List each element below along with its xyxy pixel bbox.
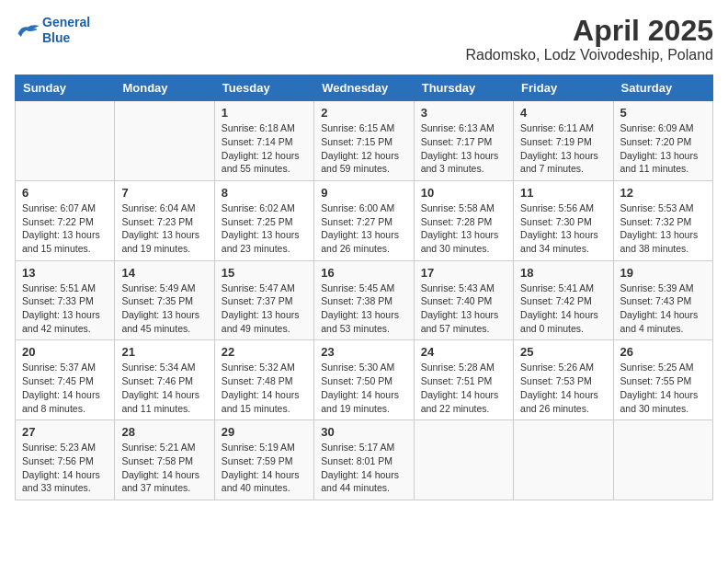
day-number: 30	[321, 425, 406, 439]
day-info: Sunrise: 5:19 AMSunset: 7:59 PMDaylight:…	[222, 441, 307, 495]
day-info: Sunrise: 6:11 AMSunset: 7:19 PMDaylight:…	[520, 121, 606, 176]
calendar-cell-w5-d4: 30Sunrise: 5:17 AMSunset: 8:01 PMDayligh…	[314, 420, 414, 500]
day-info: Sunrise: 5:17 AMSunset: 8:01 PMDaylight:…	[321, 441, 406, 495]
day-number: 12	[620, 186, 706, 200]
calendar-cell-w4-d1: 20Sunrise: 5:37 AMSunset: 7:45 PMDayligh…	[16, 340, 115, 420]
day-info: Sunrise: 6:04 AMSunset: 7:23 PMDaylight:…	[121, 201, 207, 256]
calendar-cell-w4-d5: 24Sunrise: 5:28 AMSunset: 7:51 PMDayligh…	[414, 340, 513, 420]
calendar-cell-w1-d3: 1Sunrise: 6:18 AMSunset: 7:14 PMDaylight…	[214, 101, 313, 181]
page-subtitle: Radomsko, Lodz Voivodeship, Poland	[465, 47, 713, 63]
calendar-cell-w3-d5: 17Sunrise: 5:43 AMSunset: 7:40 PMDayligh…	[414, 260, 513, 340]
calendar-cell-w4-d4: 23Sunrise: 5:30 AMSunset: 7:50 PMDayligh…	[314, 340, 414, 420]
day-number: 15	[222, 266, 307, 280]
day-info: Sunrise: 5:56 AMSunset: 7:30 PMDaylight:…	[520, 201, 606, 256]
calendar-cell-w4-d3: 22Sunrise: 5:32 AMSunset: 7:48 PMDayligh…	[214, 340, 313, 420]
week-row-2: 6Sunrise: 6:07 AMSunset: 7:22 PMDaylight…	[16, 180, 713, 260]
day-number: 10	[421, 186, 506, 200]
week-row-5: 27Sunrise: 5:23 AMSunset: 7:56 PMDayligh…	[16, 420, 713, 500]
header-wednesday: Wednesday	[314, 75, 414, 101]
day-number: 4	[520, 106, 606, 120]
day-info: Sunrise: 5:58 AMSunset: 7:28 PMDaylight:…	[421, 201, 506, 256]
calendar-cell-w5-d5	[414, 420, 513, 500]
header-thursday: Thursday	[414, 75, 513, 101]
day-number: 23	[321, 345, 406, 359]
calendar-cell-w1-d7: 5Sunrise: 6:09 AMSunset: 7:20 PMDaylight…	[613, 101, 712, 181]
day-number: 13	[22, 266, 108, 280]
calendar-cell-w3-d7: 19Sunrise: 5:39 AMSunset: 7:43 PMDayligh…	[613, 260, 712, 340]
day-info: Sunrise: 5:49 AMSunset: 7:35 PMDaylight:…	[121, 282, 207, 336]
calendar-cell-w3-d3: 15Sunrise: 5:47 AMSunset: 7:37 PMDayligh…	[214, 260, 313, 340]
logo: General Blue	[15, 15, 90, 46]
logo-bird-icon	[15, 20, 40, 40]
day-number: 11	[520, 186, 606, 200]
week-row-1: 1Sunrise: 6:18 AMSunset: 7:14 PMDaylight…	[16, 101, 713, 181]
header-monday: Monday	[115, 75, 214, 101]
day-info: Sunrise: 5:41 AMSunset: 7:42 PMDaylight:…	[520, 282, 606, 336]
calendar-cell-w1-d6: 4Sunrise: 6:11 AMSunset: 7:19 PMDaylight…	[514, 101, 613, 181]
calendar-cell-w4-d6: 25Sunrise: 5:26 AMSunset: 7:53 PMDayligh…	[514, 340, 613, 420]
calendar-cell-w4-d7: 26Sunrise: 5:25 AMSunset: 7:55 PMDayligh…	[613, 340, 712, 420]
day-info: Sunrise: 6:07 AMSunset: 7:22 PMDaylight:…	[22, 201, 108, 256]
day-info: Sunrise: 5:53 AMSunset: 7:32 PMDaylight:…	[620, 201, 706, 256]
day-number: 16	[321, 266, 406, 280]
day-info: Sunrise: 5:43 AMSunset: 7:40 PMDaylight:…	[421, 282, 506, 336]
calendar-cell-w5-d7	[613, 420, 712, 500]
calendar-cell-w2-d4: 9Sunrise: 6:00 AMSunset: 7:27 PMDaylight…	[314, 180, 414, 260]
logo-text: General Blue	[42, 15, 90, 46]
calendar-header-row: SundayMondayTuesdayWednesdayThursdayFrid…	[16, 75, 713, 101]
day-number: 14	[121, 266, 207, 280]
calendar-cell-w2-d1: 6Sunrise: 6:07 AMSunset: 7:22 PMDaylight…	[16, 180, 115, 260]
header-saturday: Saturday	[613, 75, 712, 101]
day-number: 9	[321, 186, 406, 200]
calendar-cell-w4-d2: 21Sunrise: 5:34 AMSunset: 7:46 PMDayligh…	[115, 340, 214, 420]
day-info: Sunrise: 6:09 AMSunset: 7:20 PMDaylight:…	[620, 121, 706, 176]
day-number: 28	[121, 425, 207, 439]
calendar-cell-w2-d3: 8Sunrise: 6:02 AMSunset: 7:25 PMDaylight…	[214, 180, 313, 260]
day-info: Sunrise: 5:32 AMSunset: 7:48 PMDaylight:…	[222, 361, 307, 415]
day-number: 20	[22, 345, 108, 359]
day-info: Sunrise: 6:18 AMSunset: 7:14 PMDaylight:…	[222, 121, 307, 176]
day-number: 24	[421, 345, 506, 359]
day-info: Sunrise: 5:30 AMSunset: 7:50 PMDaylight:…	[321, 361, 406, 415]
day-info: Sunrise: 5:37 AMSunset: 7:45 PMDaylight:…	[22, 361, 108, 415]
calendar-cell-w1-d1	[16, 101, 115, 181]
calendar-cell-w1-d5: 3Sunrise: 6:13 AMSunset: 7:17 PMDaylight…	[414, 101, 513, 181]
header-tuesday: Tuesday	[214, 75, 313, 101]
day-number: 5	[620, 106, 706, 120]
day-number: 29	[222, 425, 307, 439]
day-info: Sunrise: 5:34 AMSunset: 7:46 PMDaylight:…	[121, 361, 207, 415]
day-number: 8	[222, 186, 307, 200]
week-row-4: 20Sunrise: 5:37 AMSunset: 7:45 PMDayligh…	[16, 340, 713, 420]
calendar-cell-w3-d2: 14Sunrise: 5:49 AMSunset: 7:35 PMDayligh…	[115, 260, 214, 340]
day-info: Sunrise: 6:00 AMSunset: 7:27 PMDaylight:…	[321, 201, 406, 256]
calendar-cell-w1-d2	[115, 101, 214, 181]
header-friday: Friday	[514, 75, 613, 101]
calendar-cell-w2-d2: 7Sunrise: 6:04 AMSunset: 7:23 PMDaylight…	[115, 180, 214, 260]
day-info: Sunrise: 5:25 AMSunset: 7:55 PMDaylight:…	[620, 361, 706, 415]
calendar-cell-w5-d1: 27Sunrise: 5:23 AMSunset: 7:56 PMDayligh…	[16, 420, 115, 500]
calendar-cell-w2-d6: 11Sunrise: 5:56 AMSunset: 7:30 PMDayligh…	[514, 180, 613, 260]
day-info: Sunrise: 5:51 AMSunset: 7:33 PMDaylight:…	[22, 282, 108, 336]
week-row-3: 13Sunrise: 5:51 AMSunset: 7:33 PMDayligh…	[16, 260, 713, 340]
day-number: 25	[520, 345, 606, 359]
day-number: 7	[121, 186, 207, 200]
header: General Blue April 2025 Radomsko, Lodz V…	[15, 15, 713, 63]
day-info: Sunrise: 6:15 AMSunset: 7:15 PMDaylight:…	[321, 121, 406, 176]
day-info: Sunrise: 5:39 AMSunset: 7:43 PMDaylight:…	[620, 282, 706, 336]
day-number: 18	[520, 266, 606, 280]
day-info: Sunrise: 6:02 AMSunset: 7:25 PMDaylight:…	[222, 201, 307, 256]
title-area: April 2025 Radomsko, Lodz Voivodeship, P…	[465, 15, 713, 63]
day-number: 3	[421, 106, 506, 120]
calendar-cell-w5-d2: 28Sunrise: 5:21 AMSunset: 7:58 PMDayligh…	[115, 420, 214, 500]
day-number: 2	[321, 106, 406, 120]
calendar-cell-w2-d5: 10Sunrise: 5:58 AMSunset: 7:28 PMDayligh…	[414, 180, 513, 260]
calendar-cell-w3-d1: 13Sunrise: 5:51 AMSunset: 7:33 PMDayligh…	[16, 260, 115, 340]
day-info: Sunrise: 5:26 AMSunset: 7:53 PMDaylight:…	[520, 361, 606, 415]
day-number: 21	[121, 345, 207, 359]
header-sunday: Sunday	[16, 75, 115, 101]
calendar-cell-w5-d3: 29Sunrise: 5:19 AMSunset: 7:59 PMDayligh…	[214, 420, 313, 500]
day-info: Sunrise: 5:28 AMSunset: 7:51 PMDaylight:…	[421, 361, 506, 415]
day-info: Sunrise: 5:23 AMSunset: 7:56 PMDaylight:…	[22, 441, 108, 495]
day-number: 27	[22, 425, 108, 439]
calendar-cell-w2-d7: 12Sunrise: 5:53 AMSunset: 7:32 PMDayligh…	[613, 180, 712, 260]
